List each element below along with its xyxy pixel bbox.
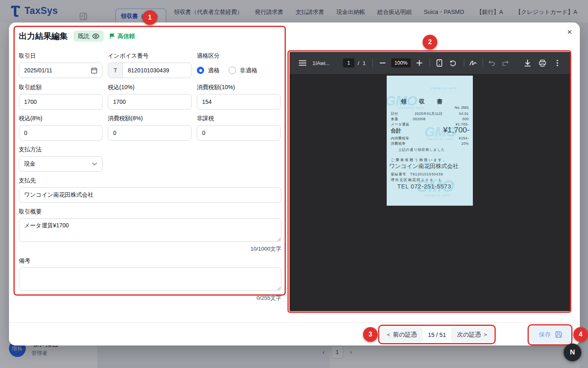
summary-char-counter: 10/1000文字 (19, 245, 281, 253)
field-tax-amount-10: 消費税額(10%) 154 (197, 84, 281, 110)
pdf-menu-icon[interactable] (296, 57, 309, 69)
pdf-page-total: 1 (363, 60, 365, 66)
next-evidence-button[interactable]: 次の証憑 ＞ (451, 327, 494, 342)
field-tax-exempt: 非課税 0 (197, 115, 281, 141)
modal-title: 出力結果編集 (19, 31, 68, 42)
receipt-tax-row: 内消費税等¥154- (391, 136, 469, 141)
field-label: 取引日 (19, 52, 102, 60)
note-textarea[interactable] (19, 267, 281, 291)
gmo-watermark-sub: FINANCIAL GATE (398, 107, 424, 109)
receipt-total-label: 合計 (391, 127, 401, 135)
tax-amount-10-input[interactable]: 154 (197, 94, 281, 110)
save-button[interactable]: 保存 (530, 326, 571, 343)
undo-icon (486, 57, 498, 69)
receipt-tax-row: 消費税率10% (391, 141, 469, 146)
evidence-counter: 15 / 51 (428, 332, 446, 338)
toolbar-divider (430, 59, 430, 67)
field-tax-incl-8: 税込(8%) 0 (19, 115, 102, 141)
invoice-number-input[interactable]: T 8120101030439 (108, 63, 192, 78)
note-char-counter: 0/255文字 (19, 294, 281, 302)
receipt-tel: TEL 072-251-5573 (397, 183, 451, 190)
receipt-row: 車番002008000 (391, 117, 469, 122)
more-options-icon[interactable] (551, 57, 564, 69)
flag-icon (109, 33, 115, 39)
receipt-company: ワンコイン南花田株式会社 (389, 163, 459, 170)
redo-icon (499, 57, 511, 69)
pdf-page-input[interactable]: 1 (343, 58, 354, 67)
receipt-thanks-line: ご乗車有難う御座います。 (391, 157, 448, 163)
radio-not-eligible[interactable]: 非適格 (229, 67, 258, 74)
confidence-flag: 高信頼 (109, 33, 135, 40)
toolbar-divider (464, 59, 464, 67)
total-input[interactable]: 1700 (19, 94, 102, 110)
close-icon[interactable]: × (564, 26, 576, 38)
fit-page-icon[interactable] (433, 57, 445, 69)
receipt-number: No. 2591 (455, 105, 469, 110)
field-tax-incl-10: 税込(10%) 1700 (108, 84, 192, 110)
receipt-address: 堺市北区南花田２０９－１ (391, 177, 442, 183)
zoom-level-box[interactable]: 100% (391, 58, 411, 67)
tax-incl-10-input[interactable]: 1700 (108, 94, 192, 110)
toolbar-divider (483, 59, 483, 67)
field-payee: 支払先 ワンコイン南花田株式会社 (19, 177, 281, 203)
floating-n-button[interactable]: N (564, 343, 581, 361)
read-badge-label: 既読 (78, 33, 89, 40)
pdf-page-separator: / (358, 60, 359, 66)
pdf-filename: 1IAwi... (312, 60, 330, 66)
radio-unselected-icon[interactable] (229, 67, 236, 74)
payee-input[interactable]: ワンコイン南花田株式会社 (19, 187, 281, 203)
field-transaction-date: 取引日 2025/01/11 (19, 52, 102, 78)
field-tax-amount-8: 消費税額(8%) 0 (108, 115, 192, 141)
save-floppy-icon (555, 331, 562, 338)
eye-icon (92, 34, 99, 39)
radio-selected-icon[interactable] (197, 67, 204, 74)
invoice-prefix: T (108, 63, 123, 78)
field-label: インボイス番号 (108, 52, 192, 60)
footer-divider (9, 322, 580, 323)
radio-eligible[interactable]: 適格 (197, 67, 220, 74)
prev-evidence-button[interactable]: ＜ 前の証憑 (380, 327, 423, 342)
annotation-circle-1: 1 (143, 10, 157, 25)
annotation-circle-4: 4 (573, 327, 588, 342)
field-summary: 取引概要 メータ運賃¥1700 (19, 208, 281, 243)
field-eligibility: 適格区分 適格 非適格 (197, 52, 258, 78)
download-icon[interactable] (521, 57, 534, 69)
rotate-icon[interactable] (447, 57, 459, 69)
receipt-received-line: 上記の通り領収致しました (398, 148, 445, 153)
receipt-title: 領 収 書 (401, 98, 446, 105)
annotate-pen-icon[interactable] (467, 57, 479, 69)
tax-incl-8-input[interactable]: 0 (19, 125, 102, 141)
print-icon[interactable] (536, 57, 548, 69)
edit-result-modal: × 出力結果編集 既読 高信頼 取引日 2025/01/11 インボイス番号 T… (9, 22, 580, 346)
tax-amount-8-input[interactable]: 0 (108, 125, 192, 141)
transaction-date-input[interactable]: 2025/01/11 (19, 63, 102, 78)
tax-exempt-input[interactable]: 0 (197, 125, 281, 141)
toolbar-divider (372, 59, 373, 67)
zoom-out-icon[interactable] (376, 57, 389, 69)
modal-header: 出力結果編集 既読 高信頼 (19, 31, 135, 42)
receipt-image: GMO FINANCIAL GATE FINANCIAL GATE GMO FI… (387, 76, 473, 206)
chevron-down-icon (92, 162, 97, 166)
zoom-in-icon[interactable] (413, 57, 425, 69)
calendar-icon[interactable] (91, 67, 97, 74)
field-label: 適格区分 (197, 52, 258, 60)
receipt-row: 日付2025年01月11日04:01 (391, 112, 469, 117)
receipt-total-value: ¥1,700- (443, 126, 470, 135)
read-status-badge: 既読 (74, 31, 104, 42)
field-invoice-number: インボイス番号 T 8120101030439 (108, 52, 192, 78)
payment-method-select[interactable]: 現金 (19, 156, 102, 172)
evidence-navigation: ＜ 前の証憑 15 / 51 次の証憑 ＞ (380, 327, 494, 342)
annotation-circle-2: 2 (423, 35, 437, 49)
summary-textarea[interactable]: メータ運賃¥1700 (19, 218, 281, 242)
annotation-circle-3: 3 (363, 327, 378, 342)
pdf-viewer: 1IAwi... 1 / 1 100% (290, 52, 570, 311)
field-note: 備考 (19, 257, 281, 292)
confidence-label: 高信頼 (118, 33, 135, 40)
field-payment-method: 支払方法 現金 (19, 146, 102, 172)
pdf-toolbar: 1IAwi... 1 / 1 100% (290, 52, 570, 74)
field-total: 取引総額 1700 (19, 84, 102, 110)
receipt-registration-number: 登録番号 T8120101030439 (391, 172, 443, 177)
